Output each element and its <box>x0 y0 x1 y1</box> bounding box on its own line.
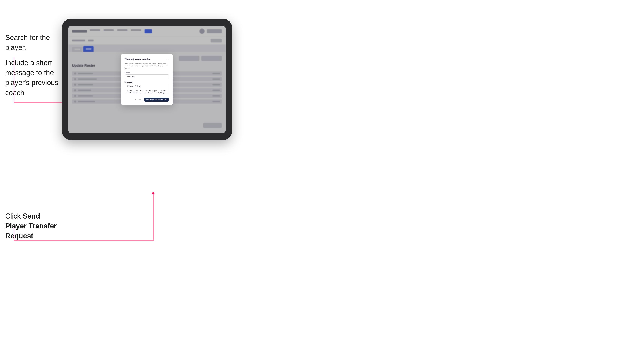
modal-header: Request player transfer × <box>125 57 169 61</box>
send-transfer-button[interactable]: Send Player Transfer Request <box>144 98 169 102</box>
annotation-click: Click Send Player Transfer Request <box>5 211 58 241</box>
modal-footer: Cancel Send Player Transfer Request <box>125 98 169 102</box>
svg-marker-6 <box>151 191 155 194</box>
modal-title: Request player transfer <box>125 58 150 60</box>
tablet-screen: Update Roster <box>68 26 226 133</box>
player-search-input[interactable] <box>125 74 169 79</box>
annotation-search: Search for the player. <box>5 33 58 52</box>
modal-description: If the player is transferring from anoth… <box>125 63 169 69</box>
annotation-message: Include a short message to the player's … <box>5 58 62 98</box>
modal-close-button[interactable]: × <box>166 57 169 61</box>
cancel-button[interactable]: Cancel <box>134 98 142 102</box>
message-field-label: Message <box>125 81 169 83</box>
message-textarea[interactable]: Hi Coach McHarg, Please accept this tran… <box>125 84 169 94</box>
player-field-label: Player <box>125 72 169 73</box>
tablet-device: Update Roster <box>62 19 232 140</box>
transfer-request-modal: Request player transfer × If the player … <box>121 54 173 105</box>
